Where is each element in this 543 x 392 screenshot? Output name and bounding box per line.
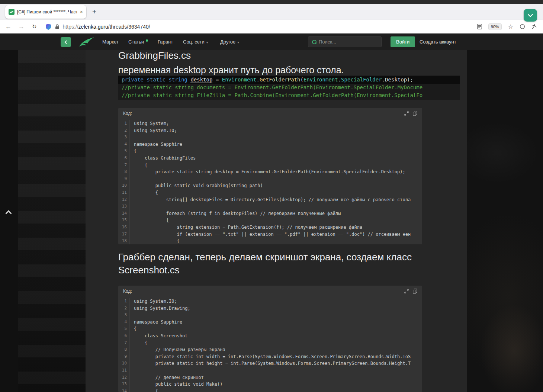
url-scheme: https://	[63, 24, 78, 30]
code-line: 5{	[118, 325, 422, 332]
lock-icon	[55, 24, 60, 29]
search-input[interactable]	[319, 39, 375, 45]
chevron-down-icon	[528, 14, 533, 17]
site-favicon-icon	[9, 9, 15, 15]
snippet-line: private static string desktop = Environm…	[118, 76, 460, 84]
nav-item-articles[interactable]: Статьи	[128, 33, 148, 50]
code-line: 16 string extension = Path.GetExtension(…	[118, 224, 422, 231]
code-line: 3	[118, 312, 422, 319]
code-line: 10 private static int height = int.Parse…	[118, 360, 422, 367]
code-line: 4namespace Sapphire	[118, 141, 422, 148]
search-box[interactable]	[308, 36, 382, 47]
tab-bar: [C#] Пишем свой *******. Част × +	[0, 4, 543, 19]
snippet-line: //private static string documents = Envi…	[118, 84, 460, 91]
copy-icon[interactable]	[413, 289, 417, 294]
code-line: 14 {	[118, 388, 422, 392]
code-line: 13 public static void Make()	[118, 381, 422, 388]
browser-window: [C#] Пишем свой *******. Част × + ← → ↻ …	[0, 0, 543, 392]
browser-toolbar: ← → ↻ https://zelenka.guru/threads/36347…	[0, 20, 543, 33]
expand-icon[interactable]	[404, 111, 409, 116]
zoom-level[interactable]: 90%	[488, 23, 502, 30]
code-line: 7 {	[118, 162, 422, 169]
articles-new-dot	[146, 39, 148, 42]
code-line: 15 {	[118, 217, 422, 224]
scroll-to-top-button[interactable]	[4, 208, 13, 217]
chevron-left-icon	[65, 40, 68, 44]
forward-button[interactable]: →	[18, 23, 25, 30]
right-background	[467, 50, 543, 392]
post-heading-file: GrabbingFiles.cs	[118, 50, 191, 61]
code-line: 11 {	[118, 189, 422, 196]
post-heading-screenshot: Граббер сделан, теперь делаем скриншот э…	[118, 251, 460, 277]
toolbar-right-cluster: 90% ☆	[477, 23, 543, 30]
code-block-2-lines: 1using System.IO;2using System.Drawing;3…	[118, 297, 422, 392]
code-label: Код:	[123, 289, 132, 294]
list-all-tabs-button[interactable]	[524, 9, 537, 22]
code-line: 1using System.IO;	[118, 298, 422, 305]
reload-button[interactable]: ↻	[32, 24, 37, 29]
url-domain: zelenka.guru	[78, 24, 108, 30]
code-block-header: Код:	[118, 108, 422, 119]
circle-icon[interactable]	[520, 24, 525, 29]
code-block-1: Код: 1using System;2using System.IO;34na…	[118, 108, 422, 244]
chevron-up-icon	[6, 210, 12, 216]
code-block-header: Код:	[118, 286, 422, 297]
code-block-1-lines: 1using System;2using System.IO;34namespa…	[118, 119, 422, 244]
code-label: Код:	[123, 111, 132, 116]
snippet-line: //private static string FileZilla = Path…	[118, 91, 460, 99]
tab-title: [C#] Пишем свой *******. Част	[17, 9, 78, 15]
code-line: 7 {	[118, 340, 422, 347]
code-line: 9 private static int width = int.Parse(S…	[118, 353, 422, 360]
expand-icon[interactable]	[404, 289, 409, 293]
back-button[interactable]: ←	[5, 23, 12, 30]
chevron-down-icon: ▾	[237, 41, 239, 44]
code-line: 10 public static void Grabbing(string pa…	[118, 182, 422, 189]
code-line: 11	[118, 367, 422, 374]
search-icon	[312, 40, 316, 44]
left-background	[18, 50, 86, 392]
tracking-protection-shield-icon[interactable]	[46, 24, 51, 30]
chevron-down-icon: ▾	[206, 41, 208, 44]
copy-icon[interactable]	[413, 111, 417, 116]
code-line: 3	[118, 134, 422, 141]
code-line: 1using System;	[118, 120, 422, 127]
url-bar[interactable]: https://zelenka.guru/threads/3634740/	[63, 24, 150, 30]
nav-back-button[interactable]	[61, 37, 71, 47]
post-subheading: переменная desktop хранит путь до рабоче…	[118, 65, 344, 75]
code-line: 12 string[] desktopFiles = Directory.Get…	[118, 196, 422, 203]
nav-item-label: Статьи	[128, 39, 144, 45]
code-line: 6 class GrabbingFiles	[118, 155, 422, 162]
inline-snippet: private static string desktop = Environm…	[118, 75, 460, 100]
site-navbar: Маркет Статьи Гарант Соц. сети▾ Другое▾ …	[0, 33, 543, 50]
code-line: 13	[118, 203, 422, 210]
code-line: 18 {	[118, 238, 422, 244]
code-line: 8 // Получаем размеры экрана	[118, 346, 422, 353]
code-line: 2using System.IO;	[118, 127, 422, 134]
new-tab-button[interactable]: +	[92, 7, 96, 16]
nav-item-market[interactable]: Маркет	[102, 33, 119, 50]
nav-item-other[interactable]: Другое▾	[220, 33, 239, 50]
code-line: 9	[118, 176, 422, 183]
code-line: 14 foreach (string f in desktopFiles) //…	[118, 210, 422, 217]
code-line: 8 private static string desktop = Enviro…	[118, 168, 422, 176]
code-line: 4namespace Sapphire	[118, 319, 422, 326]
nav-item-label: Маркет	[102, 39, 119, 45]
browser-tab[interactable]: [C#] Пишем свой *******. Част ×	[5, 5, 86, 19]
nav-item-label: Другое	[220, 39, 235, 45]
site-logo-icon[interactable]	[79, 36, 94, 49]
nav-item-social[interactable]: Соц. сети▾	[183, 33, 208, 50]
nav-item-label: Гарант	[158, 39, 173, 45]
register-button[interactable]: Создать аккаунт	[420, 33, 456, 50]
login-button[interactable]: Войти	[391, 36, 415, 47]
window-titlebar	[0, 0, 543, 4]
url-path: /threads/3634740/	[108, 24, 150, 30]
code-line: 17 if (extension == ".txt" || extension …	[118, 231, 422, 238]
code-line: 6 class Screenshot	[118, 332, 422, 340]
tab-close-icon[interactable]: ×	[80, 9, 83, 15]
code-block-2: Код: 1using System.IO;2using System.Draw…	[118, 286, 422, 392]
reader-mode-icon[interactable]	[477, 24, 482, 29]
page-viewport: Маркет Статьи Гарант Соц. сети▾ Другое▾ …	[0, 33, 543, 392]
nav-item-garant[interactable]: Гарант	[158, 33, 173, 50]
extension-icon[interactable]	[531, 24, 537, 29]
bookmark-star-icon[interactable]: ☆	[508, 23, 513, 30]
